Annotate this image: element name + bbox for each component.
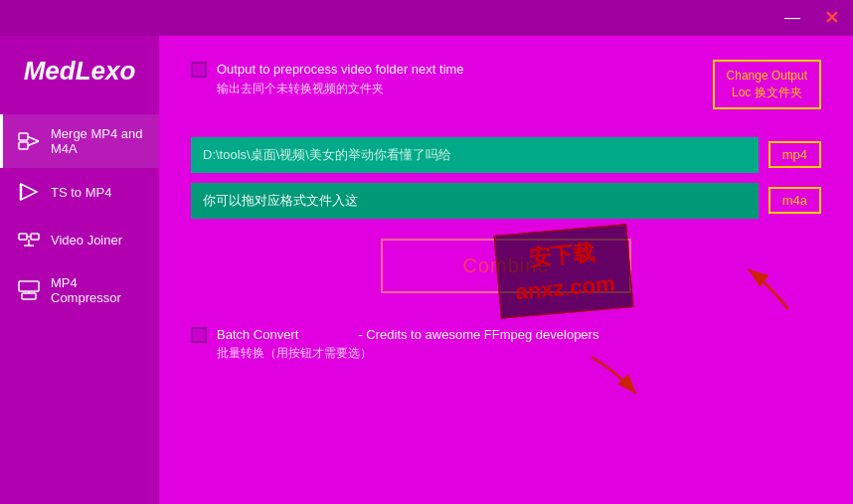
svg-rect-11 [19,281,39,291]
output-label: Output to preprocess video folder next t… [217,60,464,80]
mp4-type-button[interactable]: mp4 [768,141,821,168]
m4a-drop-row: 你可以拖对应格式文件入这 m4a [191,183,821,219]
output-sublabel: 输出去同个未转换视频的文件夹 [217,80,464,97]
output-checkbox[interactable] [191,62,207,78]
batch-row: Batch Convert - Credits to awesome FFmpe… [191,325,821,363]
sidebar-item-merge-mp4-m4a[interactable]: Merge MP4 and M4A [0,114,159,168]
drop-placeholder: 你可以拖对应格式文件入这 [203,192,358,210]
change-output-button[interactable]: Change OutputLoc 换文件夹 [713,60,821,109]
option-row: Output to preprocess video folder next t… [191,60,821,109]
batch-label: Batch Convert [217,325,298,345]
sidebar-item-label: TS to MP4 [51,185,111,200]
mp4-file-input[interactable]: D:\tools\桌面\视频\美女的举动你看懂了吗给 [203,147,747,162]
svg-line-2 [28,137,39,142]
output-option: Output to preprocess video folder next t… [191,60,464,97]
sidebar-item-mp4-compressor[interactable]: MP4 Compressor [0,263,159,317]
batch-credits: - Credits to awesome FFmpeg developers [358,325,598,345]
m4a-drop-box[interactable]: 你可以拖对应格式文件入这 [191,183,759,219]
joiner-icon [17,228,41,252]
svg-marker-4 [21,184,37,200]
sidebar-item-label: Video Joiner [51,233,122,248]
ts-icon [17,180,41,204]
main-layout: MedLexo Merge MP4 and M4A TS to [0,36,853,504]
svg-rect-6 [19,234,27,240]
svg-rect-1 [19,142,28,149]
close-button[interactable]: ✕ [818,7,845,29]
content-area: Output to preprocess video folder next t… [159,36,853,504]
mp4-input-box: D:\tools\桌面\视频\美女的举动你看懂了吗给 [191,137,759,173]
sidebar-item-ts-to-mp4[interactable]: TS to MP4 [0,168,159,216]
sidebar-item-label: MP4 Compressor [51,275,145,305]
mp4-file-row: D:\tools\桌面\视频\美女的举动你看懂了吗给 mp4 [191,137,821,173]
svg-rect-0 [19,133,28,140]
title-bar: — ✕ [0,0,853,36]
batch-sublabel: 批量转换（用按钮才需要选） [217,344,598,362]
minimize-button[interactable]: — [778,8,806,28]
compressor-icon [17,278,41,302]
merge-icon [17,129,41,153]
sidebar: MedLexo Merge MP4 and M4A TS to [0,36,159,504]
svg-line-3 [28,141,39,146]
sidebar-item-video-joiner[interactable]: Video Joiner [0,216,159,263]
sidebar-item-label: Merge MP4 and M4A [51,126,145,156]
svg-rect-12 [22,293,36,299]
app-logo: MedLexo [24,56,136,86]
svg-rect-7 [31,234,39,240]
batch-checkbox[interactable] [191,327,207,343]
m4a-type-button[interactable]: m4a [768,187,821,214]
watermark: 安下载 anxz.com [494,224,634,318]
